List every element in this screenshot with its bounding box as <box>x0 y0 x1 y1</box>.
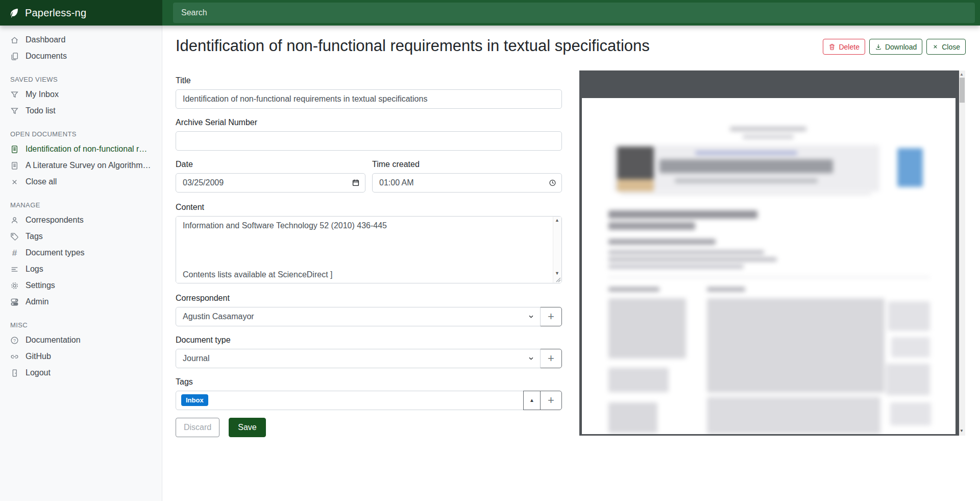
tags-dropdown-toggle[interactable]: ▲ <box>523 391 541 410</box>
close-icon <box>932 43 939 50</box>
title-field[interactable] <box>176 89 562 109</box>
sidebar-item-label: Logout <box>26 368 51 377</box>
plus-icon: + <box>548 310 554 323</box>
pdf-scrollbar[interactable]: ▲ ▼ <box>959 70 965 436</box>
sidebar-item-github[interactable]: GitHub <box>0 348 162 365</box>
sidebar-item-document-types[interactable]: # Document types <box>0 245 162 261</box>
correspondent-select[interactable]: Agustin Casamayor <box>176 307 541 326</box>
scroll-up-icon[interactable]: ▲ <box>960 72 964 77</box>
door-icon <box>10 369 19 377</box>
delete-button[interactable]: Delete <box>823 39 865 55</box>
sidebar-item-label: GitHub <box>26 352 51 361</box>
sidebar-item-admin[interactable]: Admin <box>0 294 162 310</box>
home-icon <box>10 36 19 44</box>
file-text-icon <box>10 161 19 170</box>
discard-button[interactable]: Discard <box>176 418 219 437</box>
content-scrollbar[interactable]: ▲ ▼ <box>553 217 561 283</box>
sidebar-heading-manage: MANAGE <box>10 201 152 209</box>
sidebar-heading-saved-views: SAVED VIEWS <box>10 76 152 83</box>
time-created-field[interactable] <box>372 173 562 193</box>
tags-label: Tags <box>176 377 562 387</box>
archive-serial-number-field[interactable] <box>176 131 562 151</box>
brand[interactable]: Paperless-ng <box>0 0 162 26</box>
sidebar-item-documentation[interactable]: ? Documentation <box>0 332 162 348</box>
gear-icon <box>10 281 19 290</box>
sidebar-open-document-2[interactable]: A Literature Survey on Algorithms for Mu… <box>0 157 162 174</box>
sidebar-item-label: Admin <box>26 297 48 306</box>
sidebar-item-todo-list[interactable]: Todo list <box>0 103 162 119</box>
sidebar-item-settings[interactable]: Settings <box>0 277 162 294</box>
clock-icon[interactable] <box>549 179 556 186</box>
sidebar-item-label: A Literature Survey on Algorithms for Mu… <box>26 161 152 170</box>
paperless-logo-icon <box>9 8 19 18</box>
sidebar-item-my-inbox[interactable]: My Inbox <box>0 86 162 103</box>
sidebar-item-label: Documents <box>26 52 67 61</box>
scroll-down-icon[interactable]: ▼ <box>960 428 964 433</box>
sidebar-item-label: Logs <box>26 265 43 274</box>
sidebar-item-documents[interactable]: Documents <box>0 48 162 64</box>
sidebar-item-label: My Inbox <box>26 90 59 99</box>
page-title: Identification of non-functional require… <box>176 36 650 56</box>
document-edit-form: Title Archive Serial Number Date Time cr… <box>176 76 562 437</box>
list-icon <box>10 265 19 274</box>
sidebar-item-label: Settings <box>26 281 55 290</box>
add-document-type-button[interactable]: + <box>540 349 562 368</box>
person-icon <box>10 216 19 225</box>
archive-serial-number-label: Archive Serial Number <box>176 117 562 128</box>
hash-icon: # <box>10 249 19 257</box>
pdf-page <box>582 98 955 434</box>
funnel-icon <box>10 107 19 115</box>
chevron-down-icon <box>528 313 534 320</box>
pdf-blurred-content <box>582 98 955 434</box>
add-correspondent-button[interactable]: + <box>540 307 562 326</box>
sidebar-item-correspondents[interactable]: Correspondents <box>0 212 162 228</box>
document-preview: ▲ ▼ <box>579 70 965 436</box>
funnel-icon <box>10 90 19 99</box>
sidebar-item-logout[interactable]: Logout <box>0 365 162 381</box>
pdf-viewport[interactable] <box>579 70 959 436</box>
main-content: Identification of non-functional require… <box>162 26 980 501</box>
app-header: Paperless-ng <box>0 0 980 26</box>
chevron-down-icon <box>528 355 534 362</box>
sidebar-item-label: Identification of non-functional require… <box>26 145 152 154</box>
correspondent-label: Correspondent <box>176 293 562 303</box>
sidebar-open-document-1[interactable]: Identification of non-functional require… <box>0 141 162 157</box>
close-button-label: Close <box>942 43 960 51</box>
add-tag-button[interactable]: + <box>540 391 562 410</box>
sidebar-item-tags[interactable]: Tags <box>0 228 162 245</box>
resize-grip-icon[interactable] <box>556 277 561 282</box>
sciencedirect-logo <box>617 147 654 179</box>
tag-badge-inbox[interactable]: Inbox <box>181 394 208 406</box>
document-type-select[interactable]: Journal <box>176 349 541 368</box>
time-created-label: Time created <box>372 159 562 170</box>
sidebar-item-dashboard[interactable]: Dashboard <box>0 32 162 48</box>
sidebar-item-logs[interactable]: Logs <box>0 261 162 277</box>
toggles-icon <box>10 298 19 306</box>
brand-name: Paperless-ng <box>25 7 86 19</box>
sidebar-heading-open-documents: OPEN DOCUMENTS <box>10 130 152 138</box>
download-button[interactable]: Download <box>869 39 922 55</box>
elsevier-logo <box>897 148 923 187</box>
close-button[interactable]: Close <box>926 39 966 55</box>
scroll-down-icon[interactable]: ▼ <box>555 271 559 276</box>
document-type-value: Journal <box>183 354 209 363</box>
search-input[interactable] <box>173 3 975 23</box>
document-type-label: Document type <box>176 335 562 345</box>
plus-icon: + <box>548 352 554 365</box>
content-textarea[interactable]: Information and Software Technology 52 (… <box>176 217 561 283</box>
pdf-scrollbar-thumb[interactable] <box>960 78 965 103</box>
question-circle-icon: ? <box>10 336 19 345</box>
correspondent-value: Agustin Casamayor <box>183 312 254 321</box>
sidebar-item-label: Correspondents <box>26 216 84 225</box>
sidebar-item-close-all[interactable]: Close all <box>0 174 162 190</box>
title-label: Title <box>176 76 562 86</box>
calendar-icon[interactable] <box>352 179 360 187</box>
save-button[interactable]: Save <box>229 418 265 437</box>
document-actions: Delete Download Close <box>823 39 966 55</box>
date-field[interactable] <box>176 173 365 193</box>
tags-input[interactable]: Inbox <box>176 391 524 410</box>
sidebar-item-label: Documentation <box>26 336 81 345</box>
caret-up-icon: ▲ <box>529 397 534 403</box>
sidebar: Dashboard Documents SAVED VIEWS My Inbox… <box>0 26 162 501</box>
scroll-up-icon[interactable]: ▲ <box>555 218 559 223</box>
